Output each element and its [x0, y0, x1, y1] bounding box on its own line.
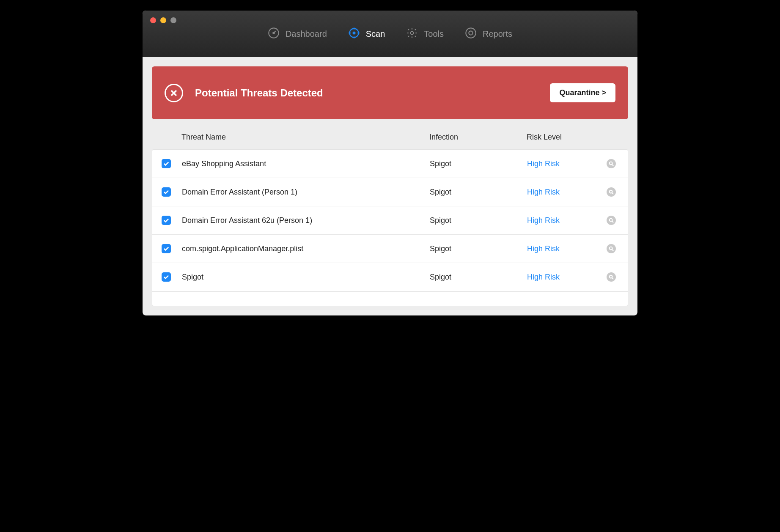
svg-point-14	[610, 190, 612, 193]
tab-label: Tools	[424, 29, 444, 39]
quarantine-button[interactable]: Quarantine >	[550, 83, 615, 102]
reports-icon	[465, 27, 477, 41]
threat-name: eBay Shopping Assistant	[182, 159, 430, 168]
row-checkbox[interactable]	[162, 187, 171, 197]
column-header-action	[603, 133, 616, 142]
app-window: Dashboard Scan	[143, 11, 637, 315]
threat-risk: High Risk	[527, 273, 603, 282]
column-header-infection: Infection	[429, 133, 527, 142]
svg-point-12	[610, 162, 612, 165]
threat-x-icon	[165, 84, 183, 102]
window-controls	[150, 17, 176, 23]
table-header-row: Threat Name Infection Risk Level	[152, 123, 628, 149]
inspect-button[interactable]	[607, 272, 616, 282]
table-row: Domain Error Assistant (Person 1) Spigot…	[152, 178, 628, 206]
threat-risk: High Risk	[527, 244, 603, 253]
tab-tools[interactable]: Tools	[402, 25, 448, 44]
alert-banner: Potential Threats Detected Quarantine >	[152, 66, 628, 119]
row-checkbox[interactable]	[162, 159, 171, 168]
svg-line-13	[612, 165, 613, 166]
row-checkbox[interactable]	[162, 244, 171, 253]
row-checkbox[interactable]	[162, 216, 171, 225]
threat-name: Domain Error Assistant (Person 1)	[182, 188, 430, 197]
svg-line-17	[612, 221, 613, 222]
threat-risk: High Risk	[527, 159, 603, 168]
tab-reports[interactable]: Reports	[461, 25, 516, 44]
svg-line-19	[612, 250, 613, 251]
row-checkbox[interactable]	[162, 272, 171, 282]
tab-dashboard[interactable]: Dashboard	[264, 25, 331, 44]
tools-icon	[406, 27, 418, 41]
column-header-name: Threat Name	[181, 133, 429, 142]
window-close-button[interactable]	[150, 17, 156, 23]
tab-label: Reports	[483, 29, 512, 39]
inspect-button[interactable]	[607, 244, 616, 253]
svg-line-21	[612, 278, 613, 279]
table-row: eBay Shopping Assistant Spigot High Risk	[152, 150, 628, 178]
table-footer	[152, 291, 628, 306]
inspect-button[interactable]	[607, 159, 616, 168]
threat-name: com.spigot.ApplicationManager.plist	[182, 244, 430, 253]
svg-point-1	[273, 32, 275, 34]
inspect-button[interactable]	[607, 187, 616, 197]
threat-infection: Spigot	[430, 244, 527, 253]
window-maximize-button[interactable]	[170, 17, 176, 23]
svg-point-16	[610, 219, 612, 222]
threat-infection: Spigot	[430, 188, 527, 197]
scan-icon	[348, 27, 360, 41]
table-row: com.spigot.ApplicationManager.plist Spig…	[152, 235, 628, 263]
tab-label: Scan	[366, 29, 385, 39]
inspect-button[interactable]	[607, 216, 616, 225]
svg-point-18	[610, 247, 612, 250]
svg-line-15	[612, 193, 613, 194]
svg-point-7	[353, 32, 355, 34]
content-area: Potential Threats Detected Quarantine > …	[143, 57, 637, 315]
svg-point-9	[466, 28, 475, 38]
table-row: Spigot Spigot High Risk	[152, 263, 628, 291]
threat-risk: High Risk	[527, 216, 603, 225]
alert-left: Potential Threats Detected	[165, 84, 323, 102]
column-header-risk: Risk Level	[527, 133, 603, 142]
threat-name: Domain Error Assistant 62u (Person 1)	[182, 216, 430, 225]
nav-tabs: Dashboard Scan	[143, 11, 637, 57]
tab-label: Dashboard	[286, 29, 327, 39]
threat-infection: Spigot	[430, 273, 527, 282]
svg-point-8	[411, 31, 414, 34]
table-body: eBay Shopping Assistant Spigot High Risk…	[152, 149, 628, 306]
dashboard-icon	[268, 27, 280, 41]
window-minimize-button[interactable]	[160, 17, 166, 23]
alert-title: Potential Threats Detected	[195, 87, 323, 99]
threats-table: Threat Name Infection Risk Level eBay Sh…	[152, 123, 628, 306]
svg-point-20	[610, 275, 612, 278]
threat-infection: Spigot	[430, 216, 527, 225]
threat-name: Spigot	[182, 273, 430, 282]
titlebar: Dashboard Scan	[143, 11, 637, 57]
tab-scan[interactable]: Scan	[344, 25, 390, 44]
threat-infection: Spigot	[430, 159, 527, 168]
threat-risk: High Risk	[527, 188, 603, 197]
table-row: Domain Error Assistant 62u (Person 1) Sp…	[152, 206, 628, 235]
